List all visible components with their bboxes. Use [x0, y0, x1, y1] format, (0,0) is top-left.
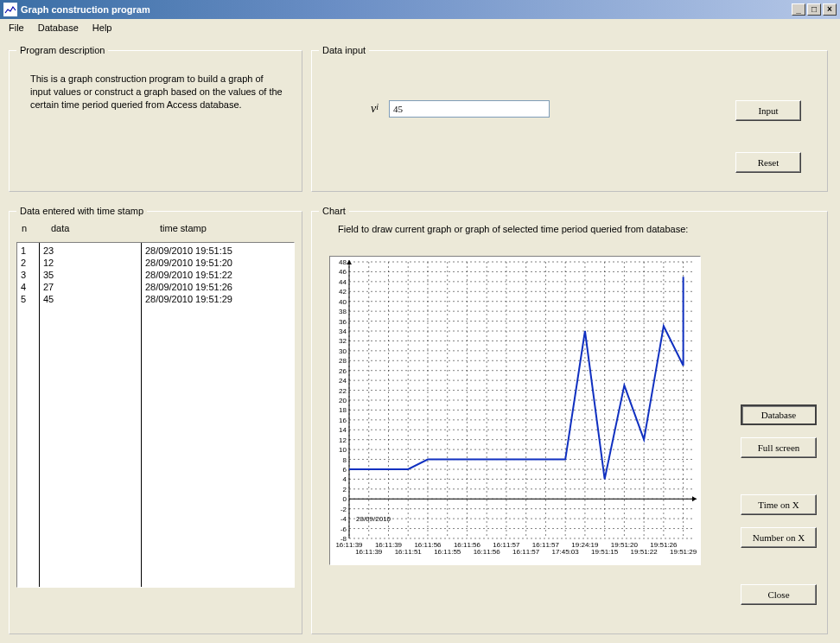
input-button[interactable]: Input — [735, 100, 801, 121]
svg-text:19:51:29: 19:51:29 — [670, 548, 697, 556]
svg-text:32: 32 — [339, 337, 347, 345]
svg-text:38: 38 — [339, 308, 347, 315]
reset-button[interactable]: Reset — [735, 152, 801, 173]
fullscreen-button[interactable]: Full screen — [741, 437, 817, 458]
svg-text:8: 8 — [343, 456, 347, 464]
svg-text:34: 34 — [339, 328, 347, 335]
menu-bar: File Database Help — [0, 19, 840, 36]
svg-text:12: 12 — [339, 436, 347, 444]
table-row: 1 — [21, 245, 35, 257]
svg-text:6: 6 — [343, 466, 347, 474]
col-n: n — [22, 223, 51, 233]
table-header: n data time stamp — [22, 223, 295, 233]
svg-text:19:51:15: 19:51:15 — [591, 548, 619, 556]
window-title: Graph construction program — [21, 4, 150, 15]
table-row: 28/09/2010 19:51:20 — [145, 257, 290, 269]
minimize-button[interactable]: _ — [792, 3, 805, 16]
svg-text:16:11:56: 16:11:56 — [474, 548, 501, 556]
table-row: 23 — [43, 245, 137, 257]
data-table-group: Data entered with time stamp n data time… — [9, 206, 302, 634]
svg-text:44: 44 — [339, 278, 347, 286]
number-on-x-button[interactable]: Number on X — [741, 527, 817, 548]
svg-text:4: 4 — [343, 475, 347, 483]
table-row: 5 — [21, 293, 35, 305]
svg-text:16:11:57: 16:11:57 — [512, 548, 540, 556]
table-row: 2 — [21, 257, 35, 269]
program-description-legend: Program description — [16, 45, 108, 55]
svg-text:16:11:39: 16:11:39 — [355, 548, 383, 556]
table-row: 28/09/2010 19:51:29 — [145, 293, 290, 305]
svg-text:36: 36 — [339, 318, 347, 326]
maximize-button[interactable]: □ — [807, 3, 821, 16]
chart-legend: Chart — [319, 206, 349, 216]
menu-database[interactable]: Database — [33, 21, 84, 35]
menu-help[interactable]: Help — [87, 21, 118, 35]
svg-text:16: 16 — [339, 417, 347, 424]
svg-text:28: 28 — [339, 357, 347, 365]
svg-text:28/09/2010: 28/09/2010 — [356, 515, 391, 523]
svg-text:19:51:22: 19:51:22 — [631, 548, 659, 556]
chart-group: Chart Field to draw current graph or gra… — [311, 206, 828, 634]
value-input[interactable] — [389, 100, 550, 118]
variable-label: vi — [371, 102, 379, 116]
svg-text:16:11:55: 16:11:55 — [434, 548, 461, 556]
program-description-text: This is a graph construction program to … — [16, 62, 295, 111]
close-chart-button[interactable]: Close — [741, 584, 817, 605]
col-data: data — [51, 223, 160, 233]
chart-canvas: -8-6-4-202468101214161820222426283032343… — [329, 256, 701, 565]
svg-text:20: 20 — [339, 397, 347, 404]
svg-text:46: 46 — [339, 268, 347, 276]
menu-file[interactable]: File — [3, 21, 29, 35]
title-bar: Graph construction program _ □ × — [0, 0, 840, 19]
svg-text:10: 10 — [339, 446, 347, 454]
svg-text:16:11:51: 16:11:51 — [395, 548, 423, 556]
table-row: 28/09/2010 19:51:15 — [145, 245, 290, 257]
data-input-legend: Data input — [319, 45, 369, 55]
table-row: 45 — [43, 293, 137, 305]
table-row: 12 — [43, 257, 137, 269]
svg-text:30: 30 — [339, 347, 347, 355]
table-row: 27 — [43, 281, 137, 293]
table-row: 3 — [21, 269, 35, 281]
svg-text:0: 0 — [343, 495, 347, 503]
table-body: 12345 2312352745 28/09/2010 19:51:1528/0… — [16, 242, 295, 588]
data-input-group: Data input vi Input Reset — [311, 45, 828, 192]
svg-text:-4: -4 — [340, 515, 347, 523]
svg-text:48: 48 — [339, 258, 347, 266]
chart-description: Field to draw current graph or graph of … — [338, 223, 820, 235]
table-row: 28/09/2010 19:51:22 — [145, 269, 290, 281]
svg-text:-6: -6 — [340, 525, 347, 533]
data-table-legend: Data entered with time stamp — [16, 206, 147, 216]
database-button[interactable]: Database — [741, 404, 817, 425]
svg-text:14: 14 — [339, 426, 347, 434]
close-button[interactable]: × — [823, 3, 837, 16]
svg-text:22: 22 — [339, 387, 347, 395]
svg-text:42: 42 — [339, 288, 347, 296]
svg-text:40: 40 — [339, 298, 347, 306]
col-timestamp: time stamp — [160, 223, 295, 233]
table-row: 28/09/2010 19:51:26 — [145, 281, 290, 293]
svg-text:24: 24 — [339, 377, 347, 385]
time-on-x-button[interactable]: Time on X — [741, 494, 817, 515]
program-description-group: Program description This is a graph cons… — [9, 45, 302, 192]
table-row: 35 — [43, 269, 137, 281]
app-icon — [3, 3, 17, 16]
table-row: 4 — [21, 281, 35, 293]
svg-text:26: 26 — [339, 367, 347, 375]
svg-text:18: 18 — [339, 406, 347, 414]
svg-text:2: 2 — [343, 486, 347, 493]
svg-text:17:45:03: 17:45:03 — [552, 548, 580, 556]
svg-text:-2: -2 — [340, 506, 347, 513]
